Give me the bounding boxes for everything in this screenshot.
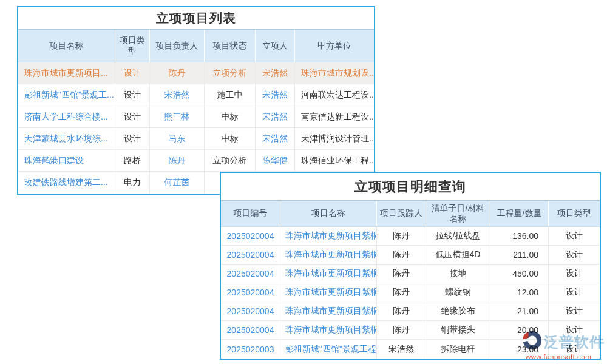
project-status-cell: 施工中 [205, 84, 256, 106]
material-name-cell: 拆除电杆 [426, 340, 490, 359]
project-status-cell: 中标 [205, 128, 256, 149]
quantity-cell: 12.00 [490, 283, 549, 302]
tracker-cell: 陈丹 [377, 246, 426, 264]
project-detail-title: 立项项目明细查询 [221, 173, 600, 200]
column-header-project-code: 项目编号 [221, 201, 280, 226]
project-detail-row[interactable]: 2025020003 彭祖新城"四馆"景观工程 宋浩然 拆除电杆 23.00 设… [221, 340, 600, 359]
project-list-row[interactable]: 珠海鹤港口建设 路桥 陈丹 立项分析 陈华健 珠海信业环保工程... [18, 150, 374, 172]
project-name-link[interactable]: 改建铁路线增建第二... [18, 172, 115, 194]
column-header-project-type: 项目类型 [549, 201, 600, 226]
initiator-link[interactable]: 宋浩然 [256, 62, 295, 84]
material-name-cell: 螺纹钢 [426, 283, 490, 302]
project-list-table: 立项项目列表 项目名称 项目类型 项目负责人 项目状态 立项人 甲方单位 珠海市… [17, 6, 375, 195]
project-detail-row[interactable]: 2025020004 珠海市城市更新项目紫桐 陈丹 螺纹钢 12.00 设计 [221, 283, 600, 302]
client-unit-cell: 河南联宏达工程设... [295, 84, 374, 106]
project-type-cell: 设计 [115, 84, 150, 106]
quantity-cell: 23.00 [490, 340, 549, 359]
project-name-link[interactable]: 珠海市城市更新项目紫桐 [280, 283, 377, 302]
project-list-header: 项目名称 项目类型 项目负责人 项目状态 立项人 甲方单位 [18, 29, 374, 62]
tracker-cell: 陈丹 [377, 321, 426, 339]
quantity-cell: 21.00 [490, 302, 549, 320]
column-header-initiator: 立项人 [256, 30, 295, 62]
client-unit-cell: 天津博润设计管理... [295, 128, 374, 149]
column-header-project-status: 项目状态 [205, 30, 256, 62]
tracker-cell: 陈丹 [377, 265, 426, 283]
project-name-link[interactable]: 珠海市城市更新项目紫桐 [280, 246, 377, 264]
project-status-cell: 立项分析 [205, 150, 256, 171]
project-detail-row[interactable]: 2025020004 珠海市城市更新项目紫桐 陈丹 绝缘胶布 21.00 设计 [221, 302, 600, 321]
project-detail-row[interactable]: 2025020004 珠海市城市更新项目紫桐 陈丹 拉线/拉线盘 136.00 … [221, 227, 600, 246]
project-manager-link[interactable]: 陈丹 [150, 150, 205, 171]
project-name-link[interactable]: 珠海鹤港口建设 [18, 150, 115, 171]
project-type-cell: 设计 [549, 246, 600, 264]
tracker-cell: 陈丹 [377, 283, 426, 302]
project-type-cell: 设计 [549, 265, 600, 283]
initiator-link[interactable]: 宋浩然 [256, 106, 295, 127]
initiator-link[interactable]: 宋浩然 [256, 128, 295, 149]
project-name-link[interactable]: 珠海市城市更新项目紫桐 [280, 227, 377, 245]
column-header-project-manager: 项目负责人 [150, 30, 205, 62]
project-detail-header: 项目编号 项目名称 项目跟踪人 清单子目/材料名称 工程量/数量 项目类型 [221, 200, 600, 227]
material-name-cell: 绝缘胶布 [426, 302, 490, 320]
initiator-link[interactable]: 陈华健 [256, 150, 295, 171]
project-detail-row[interactable]: 2025020004 珠海市城市更新项目紫桐 陈丹 低压横担4D 211.00 … [221, 246, 600, 265]
project-list-row[interactable]: 彭祖新城"四馆"景观工... 设计 宋浩然 施工中 宋浩然 河南联宏达工程设..… [18, 84, 374, 106]
project-name-link[interactable]: 彭祖新城"四馆"景观工程 [280, 340, 377, 359]
project-code-link[interactable]: 2025020003 [221, 340, 280, 359]
project-name-link[interactable]: 天津蒙城县水环境综... [18, 128, 115, 149]
project-list-row[interactable]: 济南大学工科综合楼... 设计 熊三林 中标 宋浩然 南京信达新工程设... [18, 106, 374, 128]
initiator-link[interactable]: 宋浩然 [256, 84, 295, 106]
project-type-cell: 设计 [115, 106, 150, 127]
project-type-cell: 设计 [115, 62, 150, 84]
project-type-cell: 设计 [549, 302, 600, 320]
project-detail-row[interactable]: 2025020004 珠海市城市更新项目紫桐 陈丹 铜带接头 20.00 设计 [221, 321, 600, 340]
project-detail-body: 2025020004 珠海市城市更新项目紫桐 陈丹 拉线/拉线盘 136.00 … [221, 227, 600, 359]
material-name-cell: 拉线/拉线盘 [426, 227, 490, 245]
material-name-cell: 低压横担4D [426, 246, 490, 264]
project-manager-link[interactable]: 何芷茵 [150, 172, 205, 194]
project-code-link[interactable]: 2025020004 [221, 321, 280, 339]
project-type-cell: 设计 [549, 283, 600, 302]
project-status-cell: 立项分析 [205, 62, 256, 84]
project-detail-table: 立项项目明细查询 项目编号 项目名称 项目跟踪人 清单子目/材料名称 工程量/数… [220, 172, 601, 360]
project-code-link[interactable]: 2025020004 [221, 227, 280, 245]
quantity-cell: 450.00 [490, 265, 549, 283]
page: 立项项目列表 项目名称 项目类型 项目负责人 项目状态 立项人 甲方单位 珠海市… [0, 0, 607, 364]
project-manager-link[interactable]: 马东 [150, 128, 205, 149]
project-status-cell: 中标 [205, 106, 256, 127]
project-type-cell: 路桥 [115, 150, 150, 171]
project-code-link[interactable]: 2025020004 [221, 302, 280, 320]
project-list-row[interactable]: 珠海市城市更新项目... 设计 陈丹 立项分析 宋浩然 珠海市城市规划设... [18, 62, 374, 84]
tracker-cell: 宋浩然 [377, 340, 426, 359]
tracker-cell: 陈丹 [377, 227, 426, 245]
quantity-cell: 211.00 [490, 246, 549, 264]
quantity-cell: 20.00 [490, 321, 549, 339]
project-manager-link[interactable]: 陈丹 [150, 62, 205, 84]
project-type-cell: 设计 [549, 227, 600, 245]
column-header-project-name: 项目名称 [18, 30, 115, 62]
client-unit-cell: 南京信达新工程设... [295, 106, 374, 127]
client-unit-cell: 珠海市城市规划设... [295, 62, 374, 84]
project-name-link[interactable]: 珠海市城市更新项目紫桐 [280, 265, 377, 283]
project-code-link[interactable]: 2025020004 [221, 265, 280, 283]
tracker-cell: 陈丹 [377, 302, 426, 320]
project-detail-row[interactable]: 2025020004 珠海市城市更新项目紫桐 陈丹 接地 450.00 设计 [221, 265, 600, 283]
column-header-quantity: 工程量/数量 [490, 201, 549, 226]
project-name-link[interactable]: 济南大学工科综合楼... [18, 106, 115, 127]
project-type-cell: 设计 [549, 340, 600, 359]
column-header-material-name: 清单子目/材料名称 [426, 201, 490, 226]
column-header-tracker: 项目跟踪人 [377, 201, 426, 226]
project-name-link[interactable]: 彭祖新城"四馆"景观工... [18, 84, 115, 106]
project-name-link[interactable]: 珠海市城市更新项目紫桐 [280, 302, 377, 320]
project-code-link[interactable]: 2025020004 [221, 283, 280, 302]
column-header-project-type: 项目类型 [115, 30, 150, 62]
project-code-link[interactable]: 2025020004 [221, 246, 280, 264]
project-manager-link[interactable]: 熊三林 [150, 106, 205, 127]
project-name-link[interactable]: 珠海市城市更新项目紫桐 [280, 321, 377, 339]
project-list-row[interactable]: 天津蒙城县水环境综... 设计 马东 中标 宋浩然 天津博润设计管理... [18, 128, 374, 150]
material-name-cell: 铜带接头 [426, 321, 490, 339]
project-manager-link[interactable]: 宋浩然 [150, 84, 205, 106]
project-type-cell: 电力 [115, 172, 150, 194]
project-name-link[interactable]: 珠海市城市更新项目... [18, 62, 115, 84]
quantity-cell: 136.00 [490, 227, 549, 245]
